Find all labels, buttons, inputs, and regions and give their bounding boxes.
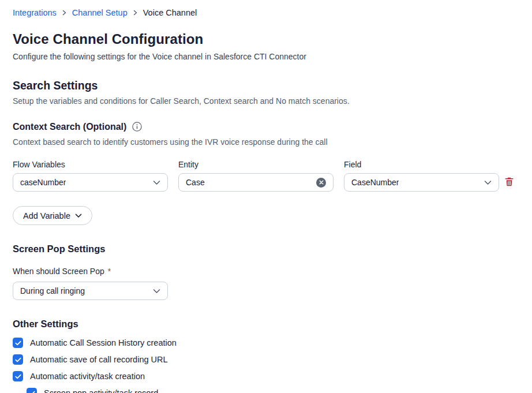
- checkbox-automatic-activity-task-creation[interactable]: Automatic activity/task creation: [13, 371, 519, 381]
- field-value: CaseNumber: [351, 178, 399, 187]
- checkbox-checked-icon[interactable]: [13, 354, 23, 365]
- breadcrumb-integrations[interactable]: Integrations: [13, 8, 57, 17]
- search-settings-description: Setup the variables and conditions for C…: [13, 96, 519, 106]
- screen-pop-value: During call ringing: [20, 286, 85, 295]
- flow-variables-label: Flow Variables: [13, 160, 168, 170]
- breadcrumb-voice-channel: Voice Channel: [143, 8, 197, 17]
- checkbox-checked-icon[interactable]: [13, 338, 23, 348]
- voice-channel-configuration-page: Integrations Channel Setup Voice Channel…: [0, 0, 532, 393]
- chevron-down-icon: [75, 214, 82, 218]
- entity-input-wrap: [178, 173, 334, 192]
- field-select[interactable]: CaseNumber: [344, 173, 499, 192]
- chevron-down-icon: [484, 180, 492, 185]
- other-settings-checkbox-list: Automatic Call Session History creation …: [13, 338, 519, 393]
- flow-variables-select[interactable]: caseNumber: [13, 173, 168, 192]
- chevron-down-icon: [153, 180, 160, 185]
- flow-variables-value: caseNumber: [20, 178, 66, 187]
- info-icon[interactable]: [132, 122, 142, 132]
- other-settings-title: Other Settings: [13, 318, 519, 330]
- checkbox-label: Automatic Call Session History creation: [30, 338, 177, 347]
- clear-icon[interactable]: [316, 178, 326, 188]
- checkbox-checked-icon[interactable]: [27, 388, 37, 393]
- context-search-title: Context Search (Optional): [13, 121, 126, 132]
- trash-icon: [505, 177, 514, 186]
- entity-label: Entity: [178, 160, 334, 170]
- screen-pop-select[interactable]: During call ringing: [13, 282, 168, 300]
- checkbox-automatic-call-session-history[interactable]: Automatic Call Session History creation: [13, 338, 519, 348]
- breadcrumb-channel-setup[interactable]: Channel Setup: [72, 8, 128, 17]
- field-label: Field: [344, 160, 499, 170]
- add-variable-button[interactable]: Add Variable: [13, 206, 92, 225]
- required-asterisk: *: [108, 267, 111, 276]
- screen-pop-settings-title: Screen Pop Settings: [13, 243, 519, 254]
- checkbox-label: Automatic activity/task creation: [30, 372, 145, 381]
- search-settings-title: Search Settings: [13, 79, 519, 92]
- add-variable-label: Add Variable: [23, 211, 70, 220]
- page-title: Voice Channel Configuration: [13, 31, 519, 47]
- context-search-variable-row: Flow Variables caseNumber Entity Field C…: [13, 160, 519, 192]
- breadcrumb: Integrations Channel Setup Voice Channel: [13, 8, 519, 17]
- chevron-down-icon: [153, 289, 160, 294]
- delete-variable-button[interactable]: [504, 176, 515, 188]
- entity-input[interactable]: [186, 178, 312, 187]
- breadcrumb-chevron-icon: [133, 9, 138, 16]
- checkbox-checked-icon[interactable]: [13, 371, 23, 381]
- checkbox-label: Automatic save of call recording URL: [30, 355, 168, 364]
- page-subtitle: Configure the following settings for the…: [13, 52, 519, 62]
- checkbox-label: Screen pop activity/task record: [44, 388, 158, 393]
- breadcrumb-chevron-icon: [62, 9, 67, 16]
- when-should-screen-pop-label: When should Screen Pop: [13, 267, 104, 276]
- context-search-description: Context based search to identify custome…: [13, 137, 519, 147]
- checkbox-screen-pop-activity-task-record[interactable]: Screen pop activity/task record: [27, 388, 519, 393]
- checkbox-automatic-save-recording-url[interactable]: Automatic save of call recording URL: [13, 354, 519, 365]
